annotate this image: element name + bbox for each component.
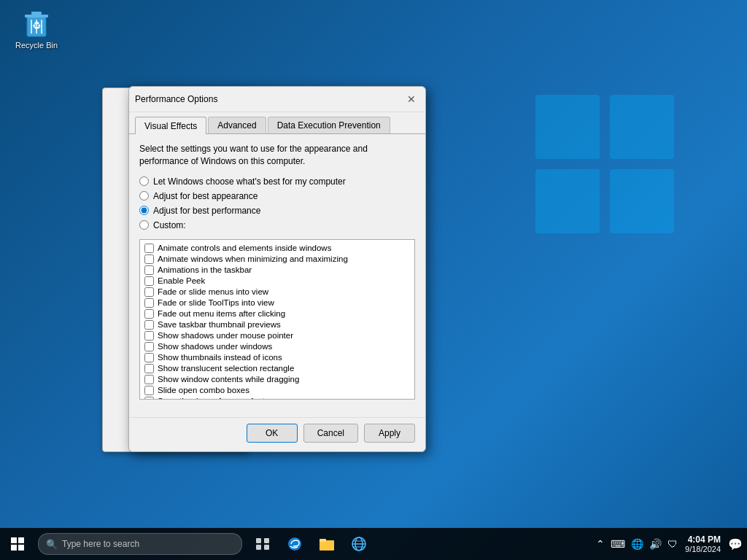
checkbox-item-3[interactable]: Enable Peek xyxy=(143,276,411,287)
svg-rect-0 xyxy=(535,95,600,159)
clock-date: 9/18/2024 xyxy=(685,545,721,553)
radio-auto-label: Let Windows choose what's best for my co… xyxy=(153,176,346,187)
radio-performance[interactable]: Adjust for best performance xyxy=(139,206,415,216)
checkbox-item-4[interactable]: Fade or slide menus into view xyxy=(143,287,411,298)
radio-custom-label: Custom: xyxy=(153,220,186,230)
checkbox-label-7: Save taskbar thumbnail previews xyxy=(158,320,281,329)
checkbox-input-12[interactable] xyxy=(144,375,154,384)
checkbox-label-10: Show thumbnails instead of icons xyxy=(158,353,282,362)
radio-custom[interactable]: Custom: xyxy=(139,220,415,230)
checkbox-input-11[interactable] xyxy=(144,364,154,373)
checkbox-input-14[interactable] xyxy=(144,397,154,400)
checkbox-item-7[interactable]: Save taskbar thumbnail previews xyxy=(143,319,411,330)
clock[interactable]: 4:04 PM 9/18/2024 xyxy=(682,534,724,553)
svg-rect-18 xyxy=(264,545,269,550)
ok-button[interactable]: OK xyxy=(247,424,298,443)
svg-rect-15 xyxy=(256,538,261,543)
checkbox-input-7[interactable] xyxy=(144,320,154,330)
radio-performance-label: Adjust for best performance xyxy=(153,206,260,216)
start-button[interactable] xyxy=(0,528,35,560)
dialog-titlebar: Performance Options ✕ xyxy=(129,87,425,112)
svg-rect-13 xyxy=(11,545,17,551)
security-icon[interactable]: 🛡 xyxy=(667,538,678,550)
radio-appearance[interactable]: Adjust for best appearance xyxy=(139,191,415,201)
tab-visual-effects[interactable]: Visual Effects xyxy=(135,117,206,134)
checkbox-input-3[interactable] xyxy=(144,276,154,286)
start-icon xyxy=(11,537,24,551)
app-icon-4[interactable] xyxy=(344,528,374,560)
checkbox-input-5[interactable] xyxy=(144,298,154,308)
checkbox-item-10[interactable]: Show thumbnails instead of icons xyxy=(143,352,411,363)
radio-performance-input[interactable] xyxy=(139,206,149,215)
checkbox-input-6[interactable] xyxy=(144,309,154,319)
dialog-buttons: OK Cancel Apply xyxy=(129,417,425,451)
checkbox-label-5: Fade or slide ToolTips into view xyxy=(158,298,274,307)
edge-browser-button[interactable] xyxy=(280,528,309,560)
checkbox-label-0: Animate controls and elements inside win… xyxy=(158,244,331,252)
svg-rect-17 xyxy=(256,545,261,550)
checkbox-item-2[interactable]: Animations in the taskbar xyxy=(143,265,411,276)
recycle-bin-icon[interactable]: ♻ Recycle Bin xyxy=(11,7,62,50)
tab-data-execution-prevention[interactable]: Data Execution Prevention xyxy=(268,117,390,133)
checkbox-input-10[interactable] xyxy=(144,353,154,362)
search-icon: 🔍 xyxy=(46,539,58,550)
tab-bar: Visual Effects Advanced Data Execution P… xyxy=(129,112,425,134)
checkbox-input-4[interactable] xyxy=(144,287,154,297)
checkbox-label-3: Enable Peek xyxy=(158,276,205,285)
radio-auto-input[interactable] xyxy=(139,176,149,186)
task-view-icon xyxy=(256,538,269,550)
radio-appearance-label: Adjust for best appearance xyxy=(153,191,258,201)
checkbox-item-13[interactable]: Slide open combo boxes xyxy=(143,385,411,396)
checkbox-input-13[interactable] xyxy=(144,386,154,395)
checkbox-label-8: Show shadows under mouse pointer xyxy=(158,331,293,340)
dialog-title: Performance Options xyxy=(135,94,217,104)
svg-rect-5 xyxy=(25,15,48,18)
svg-rect-12 xyxy=(18,537,24,543)
taskbar-icons xyxy=(248,528,374,560)
close-button[interactable]: ✕ xyxy=(403,91,419,107)
recycle-bin-svg: ♻ xyxy=(21,7,52,38)
search-placeholder: Type here to search xyxy=(62,539,139,549)
checkbox-item-12[interactable]: Show window contents while dragging xyxy=(143,374,411,385)
tab-advanced[interactable]: Advanced xyxy=(208,117,266,133)
svg-rect-1 xyxy=(610,95,674,159)
file-explorer-button[interactable] xyxy=(312,528,341,560)
checkbox-item-14[interactable]: Smooth edges of screen fonts xyxy=(143,396,411,400)
checkbox-input-9[interactable] xyxy=(144,342,154,351)
radio-custom-input[interactable] xyxy=(139,220,149,230)
checkbox-item-11[interactable]: Show translucent selection rectangle xyxy=(143,363,411,374)
checkbox-item-5[interactable]: Fade or slide ToolTips into view xyxy=(143,298,411,308)
checkbox-input-1[interactable] xyxy=(144,254,154,264)
performance-options-dialog: Performance Options ✕ Visual Effects Adv… xyxy=(128,86,426,452)
checkbox-item-1[interactable]: Animate windows when minimizing and maxi… xyxy=(143,254,411,265)
checkbox-item-6[interactable]: Fade out menu items after clicking xyxy=(143,308,411,319)
checkbox-list-container[interactable]: Animate controls and elements inside win… xyxy=(139,239,415,400)
volume-icon[interactable]: 🔊 xyxy=(649,538,662,550)
clock-time: 4:04 PM xyxy=(685,534,721,545)
svg-rect-3 xyxy=(610,169,674,233)
search-bar[interactable]: 🔍 Type here to search xyxy=(38,533,242,555)
svg-rect-6 xyxy=(31,12,42,15)
radio-auto[interactable]: Let Windows choose what's best for my co… xyxy=(139,176,415,187)
checkbox-input-0[interactable] xyxy=(144,244,154,253)
network-icon[interactable]: 🌐 xyxy=(631,538,643,550)
chevron-up-icon[interactable]: ⌃ xyxy=(596,538,605,550)
checkbox-item-9[interactable]: Show shadows under windows xyxy=(143,341,411,352)
cancel-button[interactable]: Cancel xyxy=(303,424,358,443)
task-view-button[interactable] xyxy=(248,528,277,560)
svg-rect-16 xyxy=(264,538,269,543)
taskbar-right: ⌃ ⌨ 🌐 🔊 🛡 4:04 PM 9/18/2024 💬 xyxy=(596,528,747,560)
keyboard-icon[interactable]: ⌨ xyxy=(611,538,625,550)
checkbox-label-11: Show translucent selection rectangle xyxy=(158,364,294,373)
checkbox-item-0[interactable]: Animate controls and elements inside win… xyxy=(143,243,411,254)
desktop: ♻ Recycle Bin Performance Options ✕ Visu… xyxy=(0,0,747,560)
svg-rect-21 xyxy=(320,539,326,542)
checkbox-label-9: Show shadows under windows xyxy=(158,342,272,351)
checkbox-input-8[interactable] xyxy=(144,331,154,341)
radio-appearance-input[interactable] xyxy=(139,191,149,201)
checkbox-input-2[interactable] xyxy=(144,265,154,275)
checkbox-label-6: Fade out menu items after clicking xyxy=(158,309,285,318)
apply-button[interactable]: Apply xyxy=(364,424,415,443)
notification-button[interactable]: 💬 xyxy=(728,528,743,560)
checkbox-item-8[interactable]: Show shadows under mouse pointer xyxy=(143,330,411,341)
